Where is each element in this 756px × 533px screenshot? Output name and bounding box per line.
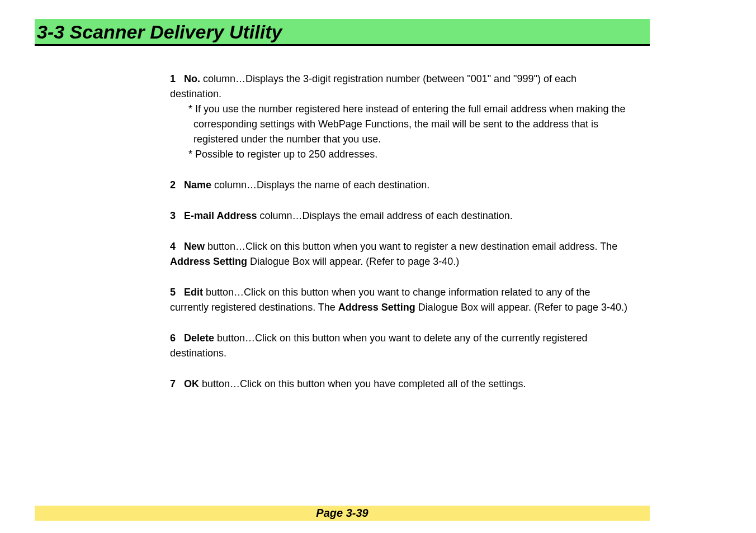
section-title: 3-3 Scanner Delivery Utility: [37, 21, 282, 42]
list-item: 7 OK button…Click on this button when yo…: [170, 377, 629, 392]
list-item: 2 Name column…Displays the name of each …: [170, 178, 629, 193]
item-number: 3: [170, 210, 176, 221]
item-text: column…Displays the 3-digit registration…: [170, 73, 577, 99]
content-body: 1 No. column…Displays the 3-digit regist…: [170, 72, 629, 392]
list-item: 1 No. column…Displays the 3-digit regist…: [170, 72, 629, 162]
item-number: 7: [170, 378, 176, 389]
item-text: column…Displays the email address of eac…: [257, 210, 512, 221]
sub-note-text: * If you use the number registered here …: [186, 102, 629, 147]
page-number: Page 3-39: [316, 507, 368, 519]
list-item: 5 Edit button…Click on this button when …: [170, 285, 629, 315]
item-label: New: [184, 241, 205, 252]
item-number: 2: [170, 179, 176, 191]
item-number: 6: [170, 332, 176, 344]
item-bold2: Address Setting: [338, 302, 415, 313]
sub-note-text: * Possible to register up to 250 address…: [186, 147, 629, 162]
item-label: Delete: [184, 332, 214, 344]
item-label: OK: [184, 378, 199, 389]
list-item: 3 E-mail Address column…Displays the ema…: [170, 208, 629, 223]
page-footer: Page 3-39: [35, 506, 650, 521]
item-text-after: Dialogue Box will appear. (Refer to page…: [247, 256, 459, 267]
item-text-after: Dialogue Box will appear. (Refer to page…: [415, 302, 627, 313]
list-item: 4 New button…Click on this button when y…: [170, 239, 629, 269]
item-text: button…Click on this button when you wan…: [170, 332, 587, 359]
item-label: E-mail Address: [184, 210, 257, 221]
item-label: Name: [184, 179, 211, 191]
item-label: Edit: [184, 287, 203, 298]
item-number: 4: [170, 241, 176, 252]
section-header: 3-3 Scanner Delivery Utility: [35, 19, 650, 46]
item-label: No.: [184, 73, 200, 84]
list-item: 6 Delete button…Click on this button whe…: [170, 331, 629, 361]
item-text: column…Displays the name of each destina…: [211, 179, 429, 191]
sub-note: * Possible to register up to 250 address…: [170, 147, 629, 162]
item-number: 1: [170, 73, 176, 84]
item-text: button…Click on this button when you hav…: [199, 378, 526, 389]
item-number: 5: [170, 287, 176, 298]
item-bold2: Address Setting: [170, 256, 247, 267]
sub-note: * If you use the number registered here …: [170, 102, 629, 147]
item-text: button…Click on this button when you wan…: [205, 241, 617, 252]
